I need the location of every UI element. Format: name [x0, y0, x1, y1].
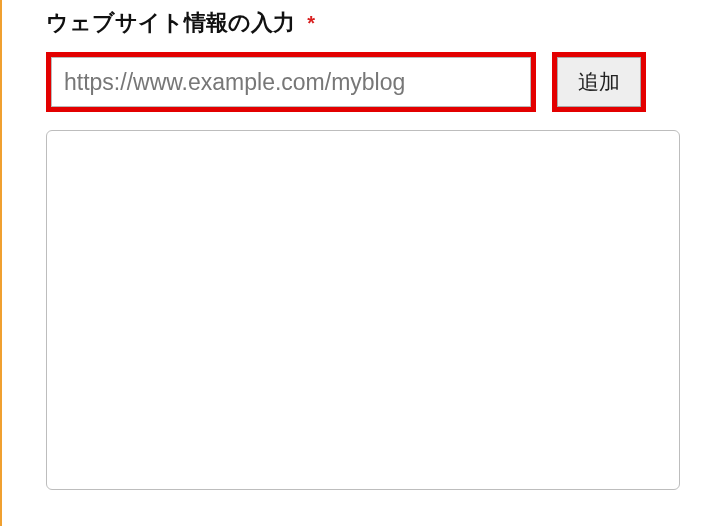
highlight-url-input — [46, 52, 536, 112]
website-url-input[interactable] — [51, 57, 531, 107]
highlight-add-button: 追加 — [552, 52, 646, 112]
page-root: ウェブサイト情報の入力 * 追加 — [0, 0, 720, 526]
url-input-row: 追加 — [46, 52, 694, 112]
section-label: ウェブサイト情報の入力 — [46, 10, 295, 35]
form-section: ウェブサイト情報の入力 * 追加 — [2, 8, 720, 490]
required-mark: * — [307, 12, 315, 34]
section-label-row: ウェブサイト情報の入力 * — [46, 8, 694, 38]
websites-listbox[interactable] — [46, 130, 680, 490]
add-button[interactable]: 追加 — [557, 57, 641, 107]
